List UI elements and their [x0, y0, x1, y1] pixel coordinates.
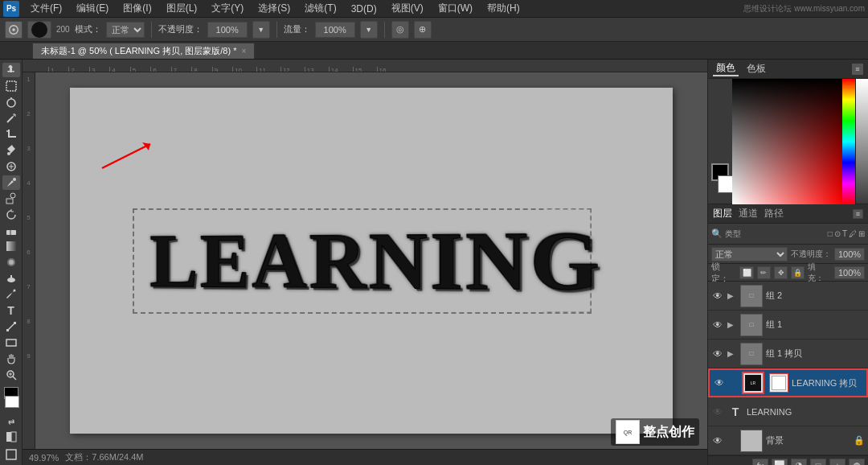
mode-label: 模式：	[75, 23, 101, 35]
layer-group-button[interactable]: □	[810, 459, 826, 466]
layer-row[interactable]: 👁 ▶ □ 组 2	[708, 282, 868, 311]
layer-expand-arrow[interactable]: ▶	[727, 320, 737, 329]
tab-close-button[interactable]: ×	[241, 47, 246, 56]
layer-thumbnail: □	[740, 343, 763, 365]
shape-tool-icon[interactable]	[2, 335, 20, 350]
layer-row[interactable]: 👁 LR LEARNING 拷贝	[708, 368, 868, 397]
layer-row[interactable]: 👁 T LEARNING	[708, 397, 868, 426]
svg-line-35	[102, 144, 150, 168]
menu-item-edit[interactable]: 编辑(E)	[70, 0, 115, 17]
screen-mode-icon[interactable]	[2, 447, 20, 462]
menu-item-filter[interactable]: 滤镜(T)	[298, 0, 342, 17]
layer-mask-button[interactable]: ⬜	[772, 459, 788, 466]
type-tool-icon[interactable]: T	[2, 303, 20, 318]
lock-transparent-btn[interactable]: ⬜	[739, 266, 753, 279]
layer-lock-icon: 🔒	[854, 435, 865, 446]
layer-visibility-toggle[interactable]: 👁	[711, 348, 724, 360]
lock-image-btn[interactable]: ✏	[757, 266, 771, 279]
alpha-bar[interactable]	[855, 79, 868, 204]
move-tool-icon[interactable]	[2, 63, 20, 77]
menu-item-select[interactable]: 选择(S)	[252, 0, 297, 17]
crop-tool-icon[interactable]	[2, 127, 20, 142]
magic-wand-icon[interactable]	[2, 111, 20, 126]
color-picker-area	[708, 79, 868, 204]
menu-item-window[interactable]: 窗口(W)	[432, 0, 479, 17]
fill-value[interactable]	[834, 266, 865, 279]
flow-slider-icon[interactable]: ▼	[360, 21, 378, 39]
svg-rect-2	[6, 81, 16, 91]
brush-tool-sidebar-icon[interactable]	[2, 175, 20, 190]
layer-visibility-toggle[interactable]: 👁	[711, 405, 724, 418]
layer-visibility-toggle[interactable]: 👁	[711, 290, 724, 302]
heal-tool-icon[interactable]	[2, 159, 20, 174]
layer-visibility-toggle[interactable]: 👁	[713, 377, 726, 389]
mode-select[interactable]: 正常	[106, 22, 145, 38]
menu-item-file[interactable]: 文件(F)	[24, 0, 68, 17]
wm-text: 整点创作	[643, 424, 694, 441]
swatch-tab[interactable]: 色板	[743, 62, 769, 76]
layers-panel-menu[interactable]: ≡	[853, 209, 863, 219]
path-select-icon[interactable]	[2, 319, 20, 334]
layer-adjustment-button[interactable]: ◑	[791, 459, 807, 466]
lock-all-btn[interactable]: 🔒	[791, 266, 805, 279]
layer-row[interactable]: 👁 ▶ □ 组 1	[708, 311, 868, 339]
right-panel: 颜色 色板 ≡ 图	[707, 60, 868, 465]
learning-text-layer: LEARNING	[136, 215, 588, 307]
svg-point-1	[12, 28, 15, 31]
history-brush-icon[interactable]	[2, 208, 20, 222]
menu-item-3d[interactable]: 3D(D)	[345, 2, 383, 16]
zoom-tool-icon[interactable]	[2, 368, 20, 382]
hue-bar[interactable]	[842, 79, 855, 204]
clone-stamp-icon[interactable]	[2, 191, 20, 206]
menu-item-text[interactable]: 文字(Y)	[205, 0, 250, 17]
layer-row[interactable]: 👁 ▶ □ 组 1 拷贝	[708, 339, 868, 368]
brush-preview[interactable]	[27, 21, 51, 39]
svg-point-24	[13, 290, 15, 292]
layer-visibility-toggle[interactable]: 👁	[711, 319, 724, 331]
quick-mask-icon[interactable]	[2, 430, 20, 444]
opacity-slider-icon[interactable]: ▼	[252, 21, 270, 39]
select-tool-icon[interactable]	[2, 79, 20, 93]
airbrush-icon[interactable]: ◎	[391, 21, 409, 39]
gradient-tool-icon[interactable]	[2, 239, 20, 253]
search-icon: 🔍	[711, 228, 723, 239]
background-color[interactable]	[5, 396, 19, 408]
menu-item-view[interactable]: 视图(V)	[385, 0, 430, 17]
hand-tool-icon[interactable]	[2, 352, 20, 366]
layers-tab-paths[interactable]: 路径	[764, 207, 784, 220]
menu-item-layer[interactable]: 图层(L)	[160, 0, 204, 17]
layer-visibility-toggle[interactable]: 👁	[711, 434, 724, 447]
lock-position-btn[interactable]: ✥	[774, 266, 788, 279]
opacity-input[interactable]	[207, 22, 248, 38]
switch-colors-icon[interactable]: ⇄	[8, 418, 14, 426]
layer-fx-button[interactable]: fx	[752, 459, 768, 466]
document-tab[interactable]: 未标题-1 @ 50% ( LEARNING 拷贝, 图层蒙版/8) * ×	[32, 43, 255, 59]
color-panel-menu[interactable]: ≡	[852, 64, 863, 75]
dodge-tool-icon[interactable]	[2, 271, 20, 286]
layers-tab-layers[interactable]: 图层	[713, 207, 732, 220]
menu-item-image[interactable]: 图像(I)	[117, 0, 158, 17]
layer-delete-button[interactable]: 🗑	[849, 459, 865, 466]
pen-tool-icon[interactable]	[2, 287, 20, 302]
flow-input[interactable]	[315, 22, 355, 38]
color-gradient[interactable]	[732, 79, 842, 204]
blend-mode-select[interactable]: 正常	[711, 247, 788, 261]
opacity-value[interactable]	[834, 248, 865, 261]
lasso-tool-icon[interactable]	[2, 95, 20, 109]
svg-point-16	[10, 193, 15, 198]
color-tab[interactable]: 颜色	[713, 61, 739, 76]
pressure-icon[interactable]: ⊕	[414, 21, 432, 39]
eyedropper-icon[interactable]	[2, 143, 20, 158]
layer-new-button[interactable]: +	[829, 459, 845, 466]
layer-thumbnail: □	[740, 314, 763, 336]
blur-tool-icon[interactable]	[2, 255, 20, 270]
layer-row[interactable]: 👁 背景 🔒	[708, 426, 868, 455]
layer-expand-arrow[interactable]: ▶	[727, 349, 737, 358]
brush-tool-icon[interactable]	[5, 21, 23, 39]
layer-thumbnail: LR	[742, 372, 764, 394]
layers-tab-channels[interactable]: 通道	[739, 207, 758, 220]
layer-expand-arrow[interactable]: ▶	[727, 291, 737, 300]
layers-tabs: 图层 通道 路径 ≡	[708, 204, 868, 224]
eraser-icon[interactable]	[2, 224, 20, 238]
menu-item-help[interactable]: 帮助(H)	[481, 0, 526, 17]
